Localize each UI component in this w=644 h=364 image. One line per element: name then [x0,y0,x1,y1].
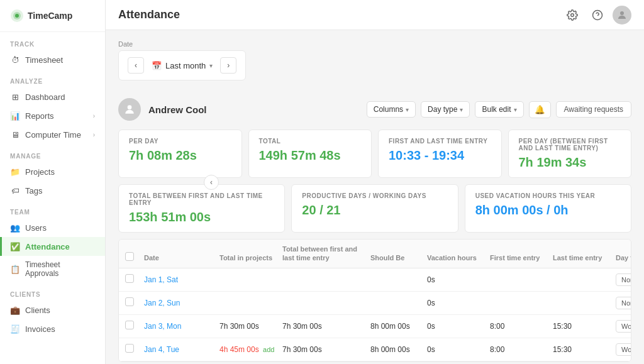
sidebar-item-label: Timesheet Approvals [25,260,95,278]
sidebar-item-label: Users [25,223,47,233]
chevron-right-icon: › [93,131,95,138]
logo: TimeCamp [0,0,105,32]
user-icon [123,103,136,116]
row-checkbox[interactable] [125,297,134,306]
stat-total-value: 149h 57m 48s [259,148,362,163]
svg-point-6 [620,11,624,15]
stat-vacation-hours: USED VACATION HOURS THIS YEAR 8h 00m 00s… [465,184,631,233]
attendance-table: Date Total in projects Total between fir… [118,239,631,362]
stat-per-day-between-value: 7h 19m 34s [519,155,621,170]
sidebar-item-label: Attendance [25,242,70,251]
stat-per-day-label: PER DAY [129,138,231,145]
bulk-edit-label: Bulk edit [482,105,511,114]
bulk-edit-button[interactable]: Bulk edit ▾ [475,101,523,118]
folder-icon: 📁 [10,167,20,177]
sidebar-item-dashboard[interactable]: ⊞ Dashboard [0,87,105,106]
awaiting-requests-button[interactable]: Awaiting requests [556,101,632,118]
chevron-down-icon: ▾ [406,106,409,113]
td-total-in-projects: 7h 30m 00s [219,322,282,331]
stat-first-last: FIRST AND LAST TIME ENTRY 10:33 - 19:34 [378,130,502,178]
user-avatar-topbar[interactable] [613,6,631,25]
chevron-down-icon: ▾ [514,106,517,113]
sidebar-item-projects[interactable]: 📁 Projects [0,162,105,181]
sidebar-item-clients[interactable]: 💼 Clients [0,301,105,319]
sidebar-collapse-button[interactable]: ‹ [204,175,219,190]
td-date[interactable]: Jan 2, Sun [144,299,219,307]
bell-icon: 🔔 [535,105,545,114]
th-day-type: Day type [616,253,631,262]
row-checkbox[interactable] [125,321,134,329]
sidebar-item-invoices[interactable]: 🧾 Invoices [0,319,105,338]
stat-total-between-label: TOTAL BETWEEN FIRST AND LAST TIME ENTRY [129,192,274,206]
sidebar-item-label: Invoices [25,324,55,334]
td-last-time-entry: 15:30 [553,345,616,354]
section-label-track: TRACK [0,32,105,50]
question-icon [592,9,603,21]
th-date: Date [144,253,219,262]
sidebar-item-timesheet-approvals[interactable]: 📋 Timesheet Approvals [0,256,105,282]
select-all-checkbox[interactable] [125,252,134,261]
timecamp-logo-icon [10,9,24,23]
date-value: Last month [165,61,206,70]
td-total-in-projects: 4h 45m 00s add [219,345,282,354]
td-vacation-hours: 0s [427,275,490,284]
td-date[interactable]: Jan 3, Mon [144,322,219,331]
help-button[interactable] [587,5,608,25]
section-label-analyze: ANALYZE [0,69,105,87]
day-type-badge: Non-working day [616,273,631,286]
main-content: Attendance [106,0,644,364]
section-label-clients: CLIENTS [0,282,105,301]
stats-row-2: TOTAL BETWEEN FIRST AND LAST TIME ENTRY … [118,184,631,233]
sidebar-item-timesheet[interactable]: ⏱ Timesheet [0,50,105,69]
clock-icon: ⏱ [10,55,20,65]
td-checkbox [125,274,144,285]
stat-per-day: PER DAY 7h 08m 28s [118,130,242,178]
user-avatar [118,98,141,121]
td-total-between: 7h 30m 00s [282,322,370,331]
topbar: Attendance [106,0,644,30]
topbar-icons [562,5,631,25]
sidebar-section-analyze: ANALYZE ⊞ Dashboard 📊 Reports › 🖥 Comput… [0,69,105,144]
day-type-badge: Non-working day [616,297,631,309]
logo-text: TimeCamp [28,11,72,21]
stat-per-day-between: PER DAY (BETWEEN FIRST AND LAST TIME ENT… [508,130,632,178]
day-type-button[interactable]: Day type ▾ [421,101,470,118]
user-row: Andrew Cool Columns ▾ Day type ▾ Bulk ed… [118,98,631,121]
columns-label: Columns [374,105,403,114]
user-name: Andrew Cool [148,104,207,115]
tag-icon: 🏷 [10,185,20,196]
td-first-time-entry: 8:00 [490,322,553,331]
td-day-type: Working day [616,320,631,333]
chevron-down-icon: ▾ [209,62,213,69]
td-day-type: Non-working day [616,273,631,286]
td-date[interactable]: Jan 1, Sat [144,275,219,284]
row-checkbox[interactable] [125,344,134,353]
user-actions: Columns ▾ Day type ▾ Bulk edit ▾ 🔔 Await… [367,101,631,118]
bell-button[interactable]: 🔔 [529,101,551,118]
td-last-time-entry: 15:30 [553,322,616,331]
stat-per-day-between-label: PER DAY (BETWEEN FIRST AND LAST TIME ENT… [519,138,621,152]
sidebar-item-label: Projects [25,167,55,177]
settings-button[interactable] [562,5,582,25]
sidebar: TimeCamp TRACK ⏱ Timesheet ANALYZE ⊞ Das… [0,0,106,364]
day-type-label: Day type [428,105,457,114]
td-date[interactable]: Jan 4, Tue [144,345,219,354]
date-label: Date [118,40,631,48]
day-type-badge: Working day [616,320,631,333]
stat-first-last-value: 10:33 - 19:34 [389,148,491,163]
columns-button[interactable]: Columns ▾ [367,101,416,118]
date-prev-button[interactable]: ‹ [128,57,144,74]
sidebar-item-reports[interactable]: 📊 Reports › [0,106,105,125]
sidebar-item-users[interactable]: 👥 Users [0,218,105,237]
sidebar-item-computer-time[interactable]: 🖥 Computer Time › [0,125,105,144]
td-total-red: 4h 45m 00s [219,345,259,354]
add-time-link[interactable]: add [263,346,274,353]
sidebar-item-attendance[interactable]: ✅ Attendance [0,237,105,256]
th-checkbox [125,252,144,263]
section-label-team: TEAM [0,200,105,218]
sidebar-item-tags[interactable]: 🏷 Tags [0,181,105,200]
date-next-button[interactable]: › [220,57,236,74]
table-row: Jan 3, Mon 7h 30m 00s 7h 30m 00s 8h 00m … [119,315,631,338]
stats-row-1: PER DAY 7h 08m 28s TOTAL 149h 57m 48s FI… [118,130,631,178]
row-checkbox[interactable] [125,274,134,283]
